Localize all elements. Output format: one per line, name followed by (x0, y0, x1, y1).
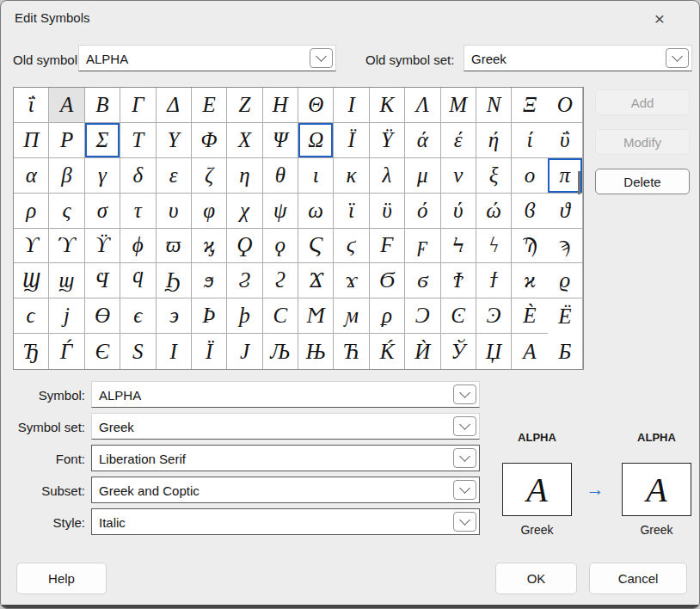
symbol-cell[interactable]: Ο (548, 88, 583, 123)
symbol-cell[interactable]: Κ (370, 88, 405, 123)
symbol-cell[interactable]: Ј (227, 334, 262, 369)
symbol-cell[interactable]: ϩ (263, 263, 298, 298)
symbol-cell[interactable]: Α (49, 88, 84, 123)
symbol-cell[interactable]: ϊ (334, 194, 369, 229)
symbol-cell[interactable]: ϴ (85, 298, 120, 334)
symbol-cell[interactable]: ϱ (548, 263, 583, 298)
symbol-cell[interactable]: υ (157, 194, 192, 229)
symbol-cell[interactable]: ϻ (334, 298, 369, 334)
symbol-cell[interactable]: Ќ (370, 334, 405, 369)
symbol-cell[interactable]: Ϟ (441, 229, 476, 264)
symbol-cell[interactable]: Ι (334, 88, 369, 123)
symbol-cell[interactable]: λ (370, 158, 405, 194)
modify-button[interactable]: Modify (595, 129, 690, 155)
symbol-cell[interactable]: ϡ (548, 229, 583, 264)
old-symbol-combo[interactable]: ALPHA (78, 45, 336, 71)
symbol-cell[interactable]: δ (120, 158, 156, 194)
symbol-cell[interactable]: Ͽ (476, 298, 512, 334)
symbol-cell[interactable]: ϝ (405, 229, 440, 264)
symbol-cell[interactable]: ϟ (476, 229, 512, 264)
symbol-cell[interactable]: Ѕ (120, 334, 156, 369)
symbol-cell[interactable]: ϯ (476, 263, 512, 298)
symbol-cell[interactable]: ΐ (14, 88, 49, 123)
font-combo[interactable]: Liberation Serif (91, 445, 480, 471)
symbol-cell[interactable]: ϰ (512, 263, 547, 298)
symbol-cell[interactable]: ζ (192, 158, 227, 194)
symbol-cell[interactable]: ϖ (157, 229, 192, 264)
symbol-cell[interactable]: ϗ (192, 229, 227, 264)
symbol-cell[interactable]: ο (512, 158, 547, 194)
symbol-cell[interactable]: ω (298, 194, 334, 229)
symbol-cell[interactable]: Џ (476, 334, 512, 369)
symbol-set-combo[interactable]: Greek (91, 413, 480, 440)
symbol-cell[interactable]: Π (14, 123, 49, 158)
symbol-cell[interactable]: Ε (192, 88, 227, 123)
symbol-cell[interactable]: Ё (548, 298, 583, 334)
symbol-cell[interactable]: ϑ (548, 194, 583, 229)
symbol-cell[interactable]: ϲ (14, 298, 49, 334)
symbol-cell[interactable]: Ѝ (405, 334, 440, 369)
symbol-cell[interactable]: Ν (476, 88, 512, 123)
symbol-cell[interactable]: Φ (192, 123, 227, 158)
symbol-cell[interactable]: ϣ (49, 263, 84, 298)
symbol-cell[interactable]: τ (120, 194, 156, 229)
symbol-cell[interactable]: Ϣ (14, 263, 49, 298)
symbol-cell[interactable]: κ (334, 158, 369, 194)
symbol-cell[interactable]: ς (49, 194, 84, 229)
symbol-cell[interactable]: ώ (476, 194, 512, 229)
delete-button[interactable]: Delete (595, 169, 690, 194)
symbol-cell[interactable]: ε (157, 158, 192, 194)
symbol-cell[interactable]: Ϛ (298, 229, 334, 264)
symbol-cell[interactable]: Ϝ (370, 229, 405, 264)
symbol-cell[interactable]: η (227, 158, 262, 194)
symbol-cell[interactable]: Θ (298, 88, 334, 123)
symbol-cell[interactable]: Υ (157, 123, 192, 158)
symbol-cell[interactable]: Δ (157, 88, 192, 123)
symbol-cell[interactable]: Χ (227, 123, 262, 158)
symbol-cell[interactable]: χ (227, 194, 262, 229)
symbol-cell[interactable]: Ϲ (263, 298, 298, 334)
symbol-cell[interactable]: μ (405, 158, 440, 194)
symbol-cell[interactable]: α (14, 158, 49, 194)
symbol-cell[interactable]: А (512, 334, 547, 369)
old-symbol-dropdown-button[interactable] (310, 48, 333, 68)
title-bar[interactable]: Edit Symbols × (1, 1, 699, 35)
add-button[interactable]: Add (595, 89, 690, 115)
symbol-cell[interactable]: ΰ (548, 123, 583, 158)
symbol-cell[interactable]: ύ (441, 194, 476, 229)
symbol-cell[interactable]: Ϸ (192, 298, 227, 334)
symbol-cell[interactable]: Τ (120, 123, 156, 158)
symbol-cell[interactable]: ϔ (85, 229, 120, 264)
symbol-cell[interactable]: ϶ (157, 298, 192, 334)
symbol-cell[interactable]: σ (85, 194, 120, 229)
symbol-cell[interactable]: Є (85, 334, 120, 369)
symbol-cell[interactable]: Β (85, 88, 120, 123)
symbol-cell[interactable]: θ (263, 158, 298, 194)
symbol-cell[interactable]: ϐ (512, 194, 547, 229)
symbol-cell[interactable]: Ϧ (157, 263, 192, 298)
symbol-cell[interactable]: ϳ (49, 298, 84, 334)
symbol-cell[interactable]: Ϻ (298, 298, 334, 334)
symbol-cell[interactable]: Ρ (49, 123, 84, 158)
symbol-cell[interactable]: ϛ (334, 229, 369, 264)
symbol-cell[interactable]: Љ (263, 334, 298, 369)
symbol-cell[interactable]: ϋ (370, 194, 405, 229)
symbol-cell[interactable]: ϒ (14, 229, 49, 264)
symbol-cell[interactable]: ξ (476, 158, 512, 194)
symbol-cell[interactable]: Ζ (227, 88, 262, 123)
symbol-cell[interactable]: ά (405, 123, 440, 158)
symbol-cell[interactable]: Ͻ (405, 298, 440, 334)
symbol-cell[interactable]: ϫ (334, 263, 369, 298)
symbol-cell[interactable]: Ї (192, 334, 227, 369)
symbol-cell[interactable]: Η (263, 88, 298, 123)
subset-combo[interactable]: Greek and Coptic (91, 477, 480, 503)
symbol-cell[interactable]: Ћ (334, 334, 369, 369)
symbol-cell[interactable]: Ξ (512, 88, 547, 123)
symbol-cell[interactable]: ί (512, 123, 547, 158)
symbol-cell[interactable]: Ϙ (227, 229, 262, 264)
symbol-cell[interactable]: Њ (298, 334, 334, 369)
help-button[interactable]: Help (16, 563, 107, 594)
symbol-cell[interactable]: Γ (120, 88, 156, 123)
subset-dropdown-button[interactable] (453, 480, 476, 500)
symbol-cell[interactable]: Ђ (14, 334, 49, 369)
